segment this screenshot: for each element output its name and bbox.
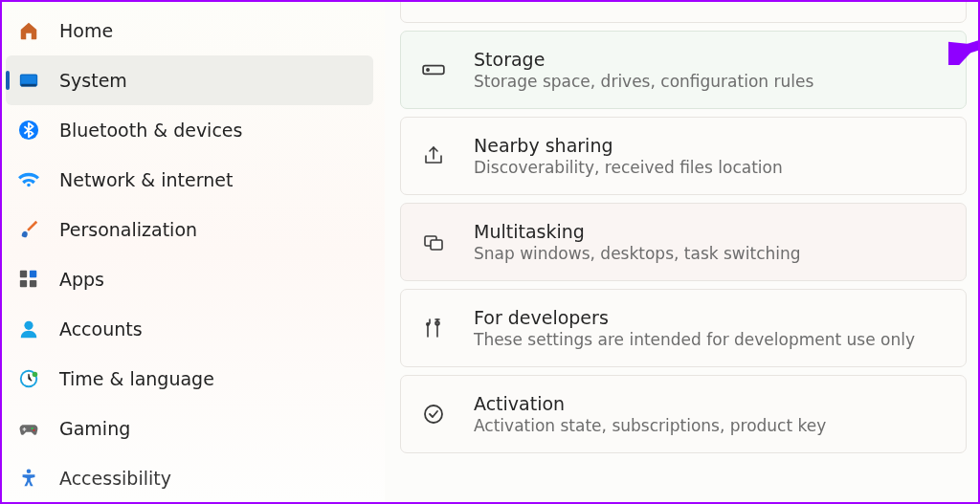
sidebar-item-label: Accessibility [59, 468, 171, 489]
settings-main: Screen and sleep, power mode Storage Sto… [385, 2, 978, 502]
card-desc: Storage space, drives, configuration rul… [474, 72, 947, 91]
sidebar-item-label: Bluetooth & devices [59, 120, 242, 141]
card-nearby[interactable]: Nearby sharing Discoverability, received… [400, 117, 967, 195]
sidebar-item-bluetooth[interactable]: Bluetooth & devices [6, 105, 373, 155]
sidebar-item-label: Accounts [59, 318, 143, 340]
svg-point-8 [24, 321, 33, 330]
sidebar-item-personalization[interactable]: Personalization [6, 205, 373, 254]
card-title: For developers [474, 307, 947, 328]
brush-icon [17, 218, 40, 241]
svg-point-12 [32, 427, 33, 429]
share-icon [420, 142, 447, 169]
account-icon [17, 318, 40, 340]
home-icon [17, 19, 40, 42]
wifi-icon [17, 168, 40, 191]
sidebar-item-network[interactable]: Network & internet [6, 155, 373, 205]
sidebar-item-home[interactable]: Home [6, 6, 373, 55]
svg-rect-19 [431, 240, 442, 250]
accessibility-icon [17, 467, 40, 490]
tools-icon [420, 315, 447, 341]
svg-point-22 [425, 405, 442, 423]
card-desc: Activation state, subscriptions, product… [474, 416, 947, 435]
gaming-icon [17, 417, 40, 440]
sidebar-item-label: Time & language [59, 368, 214, 389]
storage-icon [420, 56, 447, 83]
card-title: Nearby sharing [474, 135, 947, 156]
sidebar: Home System Bluetooth & devices Network … [2, 2, 385, 502]
card-storage[interactable]: Storage Storage space, drives, configura… [400, 31, 967, 109]
apps-icon [17, 268, 40, 291]
svg-rect-1 [21, 76, 36, 83]
card-desc: These settings are intended for developm… [474, 330, 947, 349]
svg-rect-6 [20, 280, 27, 287]
power-icon [420, 2, 447, 5]
system-icon [17, 69, 40, 92]
sidebar-item-time[interactable]: Time & language [6, 354, 373, 404]
svg-point-20 [427, 323, 429, 325]
sidebar-item-system[interactable]: System [6, 55, 373, 105]
sidebar-item-accessibility[interactable]: Accessibility [6, 453, 373, 502]
card-multitasking[interactable]: Multitasking Snap windows, desktops, tas… [400, 203, 967, 281]
card-power[interactable]: Screen and sleep, power mode [400, 2, 967, 23]
svg-point-17 [427, 69, 429, 71]
sidebar-item-label: System [59, 70, 127, 91]
card-title: Multitasking [474, 221, 947, 242]
svg-rect-5 [30, 271, 36, 277]
svg-point-13 [33, 429, 34, 431]
svg-point-11 [33, 372, 37, 378]
sidebar-item-accounts[interactable]: Accounts [6, 304, 373, 354]
sidebar-item-label: Home [59, 20, 113, 41]
sidebar-item-label: Personalization [59, 219, 197, 240]
card-desc: Discoverability, received files location [474, 158, 947, 177]
sidebar-item-label: Gaming [59, 418, 130, 439]
card-title: Storage [474, 49, 947, 70]
clock-icon [17, 367, 40, 390]
multitasking-icon [420, 229, 447, 255]
card-desc: Snap windows, desktops, task switching [474, 244, 947, 263]
svg-point-14 [27, 469, 32, 473]
svg-rect-4 [20, 271, 27, 277]
card-dev[interactable]: For developers These settings are intend… [400, 289, 967, 367]
bluetooth-icon [17, 119, 40, 142]
card-activation[interactable]: Activation Activation state, subscriptio… [400, 375, 967, 453]
sidebar-item-label: Network & internet [59, 169, 233, 190]
card-title: Activation [474, 393, 947, 414]
svg-rect-7 [30, 280, 36, 287]
sidebar-item-gaming[interactable]: Gaming [6, 404, 373, 453]
sidebar-item-apps[interactable]: Apps [6, 254, 373, 304]
sidebar-item-label: Apps [59, 269, 104, 290]
check-circle-icon [420, 401, 447, 427]
svg-rect-2 [21, 84, 36, 86]
